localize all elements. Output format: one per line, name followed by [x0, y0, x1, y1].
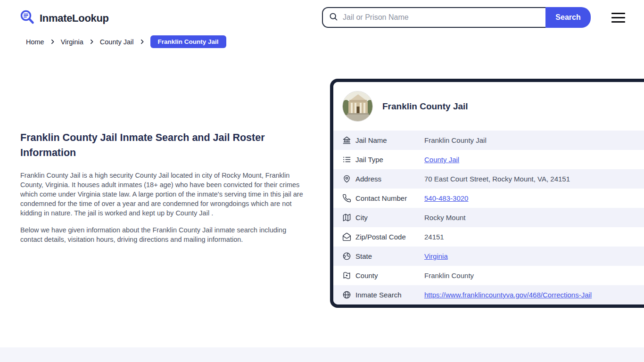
row-label: Inmate Search	[355, 291, 416, 299]
breadcrumb-virginia[interactable]: Virginia	[61, 38, 83, 46]
row-value-link[interactable]: https://www.franklincountyva.gov/468/Cor…	[424, 291, 592, 299]
jail-card-title: Franklin County Jail	[382, 101, 468, 112]
search-input-wrap	[322, 7, 545, 28]
inmatelookup-magnifier-icon	[19, 9, 36, 28]
jail-search-bar: Search	[322, 7, 591, 28]
landmark-icon	[342, 136, 351, 145]
breadcrumb: Home Virginia County Jail Franklin Count…	[26, 35, 226, 48]
footer-strip	[0, 347, 644, 362]
row-label: State	[355, 252, 416, 260]
row-label: Jail Name	[355, 136, 416, 144]
row-label: Address	[355, 175, 416, 183]
page-title: Franklin County Jail Inmate Search and J…	[20, 130, 303, 160]
breadcrumb-county-jail[interactable]: County Jail	[100, 38, 134, 46]
search-icon	[329, 12, 339, 24]
row-label: Jail Type	[355, 156, 416, 164]
chevron-right-icon	[139, 39, 145, 45]
table-row: Jail Type County Jail	[333, 150, 644, 169]
brand-logo[interactable]: InmateLookup	[19, 9, 109, 28]
row-value-link[interactable]: 540-483-3020	[424, 194, 468, 202]
search-button[interactable]: Search	[545, 7, 591, 28]
brand-name: InmateLookup	[40, 12, 109, 25]
chevron-right-icon	[89, 39, 95, 45]
intro-paragraph: Franklin County Jail is a high security …	[20, 171, 303, 218]
row-value: County Jail	[424, 156, 459, 164]
row-value: Virginia	[424, 252, 448, 260]
jail-info-table: Jail Name Franklin County Jail Jail Type…	[333, 131, 644, 304]
breadcrumb-home[interactable]: Home	[26, 38, 44, 46]
county-map-icon	[342, 271, 351, 280]
jail-photo	[342, 91, 373, 122]
row-label: Zip/Postal Code	[355, 233, 416, 241]
table-row: Inmate Search https://www.franklincounty…	[333, 285, 644, 304]
list-icon	[342, 155, 351, 164]
row-label: City	[355, 214, 416, 222]
row-value: 70 East Court Street, Rocky Mount, VA, 2…	[424, 175, 570, 183]
search-input[interactable]	[343, 13, 540, 22]
table-row: County Franklin County	[333, 266, 644, 285]
row-label: County	[355, 272, 416, 280]
table-row: City Rocky Mount	[333, 208, 644, 227]
map-icon	[342, 213, 351, 222]
jail-info-card: Franklin County Jail Jail Name Franklin …	[330, 79, 644, 308]
chevron-right-icon	[50, 39, 56, 45]
table-row: Jail Name Franklin County Jail	[333, 131, 644, 150]
map-pin-icon	[342, 174, 351, 183]
hamburger-menu-icon[interactable]	[611, 13, 625, 23]
row-value: Franklin County Jail	[424, 136, 487, 144]
table-row: Address 70 East Court Street, Rocky Moun…	[333, 169, 644, 189]
phone-icon	[342, 194, 351, 203]
row-value-link[interactable]: Virginia	[424, 252, 448, 260]
table-row: Zip/Postal Code 24151	[333, 227, 644, 247]
row-value: 24151	[424, 233, 444, 241]
row-value: https://www.franklincountyva.gov/468/Cor…	[424, 291, 592, 299]
globe-icon	[342, 290, 351, 299]
row-value-link[interactable]: County Jail	[424, 156, 459, 164]
table-row: State Virginia	[333, 247, 644, 266]
article: Franklin County Jail Inmate Search and J…	[20, 130, 303, 252]
row-label: Contact Number	[355, 194, 416, 202]
breadcrumb-current-badge[interactable]: Franklin County Jail	[150, 35, 226, 48]
globe-americas-icon	[342, 252, 351, 261]
row-value: Franklin County	[424, 272, 474, 280]
jail-card-header: Franklin County Jail	[333, 82, 644, 131]
secondary-paragraph: Below we have given information about th…	[20, 225, 303, 244]
envelope-open-icon	[342, 232, 351, 241]
row-value: Rocky Mount	[424, 214, 466, 222]
row-value: 540-483-3020	[424, 194, 468, 202]
table-row: Contact Number 540-483-3020	[333, 189, 644, 208]
